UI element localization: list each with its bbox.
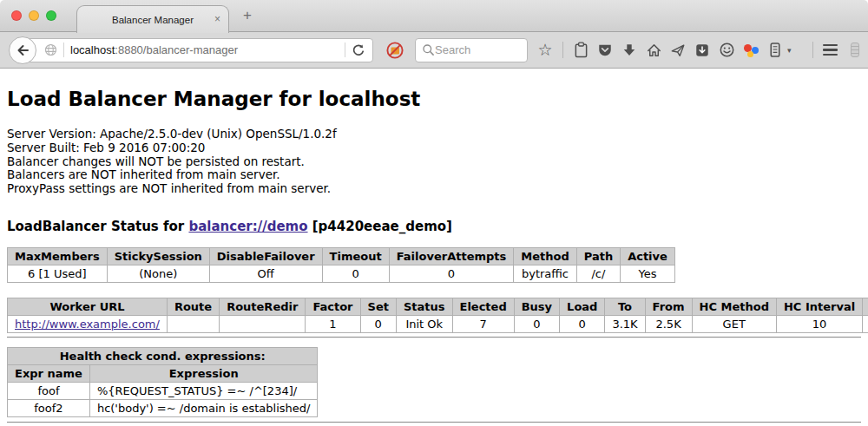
container-icon[interactable]: [766, 42, 784, 59]
save-page-icon[interactable]: [694, 42, 711, 59]
table-cell: 0: [514, 315, 559, 332]
column-header: Status: [396, 298, 452, 315]
worker-table: Worker URL Route RouteRedir Factor Set S…: [7, 298, 868, 333]
column-header: Expression: [89, 364, 318, 382]
table-cell: 0: [322, 265, 389, 282]
browser-window: Balancer Manager × + localhost:8880/ba: [0, 0, 868, 426]
column-header: FailoverAttempts: [389, 247, 514, 265]
back-arrow-icon: [16, 43, 30, 57]
back-button[interactable]: [9, 36, 36, 64]
column-header: Factor: [306, 298, 360, 315]
info-line: Balancers are NOT inherited from main se…: [7, 168, 861, 182]
color-dots-icon[interactable]: [742, 42, 760, 59]
page-content: Load Balancer Manager for localhost Serv…: [0, 88, 868, 423]
traffic-lights: [11, 10, 56, 21]
reading-list-icon[interactable]: [572, 42, 589, 59]
reload-icon[interactable]: [352, 43, 365, 57]
search-bar[interactable]: [415, 38, 528, 62]
table-row: foof %{REQUEST_STATUS} =~ /^[234]/: [8, 382, 318, 399]
url-bar[interactable]: localhost:8880/balancer-manager: [21, 38, 373, 62]
table-cell: %{REQUEST_STATUS} =~ /^[234]/: [89, 382, 318, 399]
menu-icon[interactable]: [823, 44, 838, 56]
health-table-title: Health check cond. expressions:: [8, 347, 318, 364]
health-check-table: Health check cond. expressions: Expr nam…: [7, 347, 318, 417]
column-header: StickySession: [107, 247, 209, 265]
column-header: Busy: [514, 298, 559, 315]
info-line: Balancer changes will NOT be persisted o…: [7, 155, 861, 169]
search-icon: [422, 43, 435, 56]
loadbalancer-status-heading: LoadBalancer Status for balancer://demo …: [7, 219, 861, 234]
pocket-icon[interactable]: [596, 42, 614, 59]
minimize-window-button[interactable]: [29, 10, 39, 21]
column-header: RouteRedir: [220, 298, 306, 315]
url-domain: localhost: [70, 43, 115, 56]
search-input[interactable]: [435, 43, 521, 56]
plugin-blocked-icon[interactable]: [385, 41, 404, 60]
toolbar-icons: ☆: [536, 42, 792, 59]
table-cell: GET: [692, 315, 776, 332]
table-cell: 6 [1 Used]: [8, 265, 108, 282]
table-cell: 7: [452, 315, 514, 332]
table-cell: hc('body') =~ /domain is established/: [89, 399, 318, 416]
table-header-row: Worker URL Route RouteRedir Factor Set S…: [8, 298, 868, 315]
column-header: Active: [621, 247, 675, 265]
url-text[interactable]: localhost:8880/balancer-manager: [70, 43, 339, 56]
table-cell: bytraffic: [514, 265, 576, 282]
column-header: Expr name: [8, 364, 90, 382]
chevron-down-icon[interactable]: ▾: [787, 46, 792, 55]
table-cell: 0: [560, 315, 605, 332]
home-icon[interactable]: [645, 42, 662, 59]
column-header: Passes: [863, 298, 868, 315]
table-cell: http://www.example.com/: [8, 315, 168, 332]
column-header: Path: [576, 247, 620, 265]
status-suffix: [p4420eeae_demo]: [308, 219, 452, 234]
info-line: ProxyPass settings are NOT inherited fro…: [7, 182, 861, 196]
table-row: foof2 hc('body') =~ /domain is establish…: [8, 399, 318, 416]
column-header: Set: [360, 298, 396, 315]
tab-title: Balancer Manager: [112, 15, 194, 25]
urlbar-separator: [63, 43, 64, 57]
column-header: Method: [514, 247, 576, 265]
table-cell: Init Ok: [396, 315, 452, 332]
send-tab-icon[interactable]: [669, 42, 687, 59]
table-cell: 0: [389, 265, 514, 282]
column-header: From: [645, 298, 692, 315]
table-cell: /c/: [576, 265, 620, 282]
table-cell: 1: [306, 315, 360, 332]
info-line: Server Version: Apache/2.5.0-dev (Unix) …: [7, 128, 861, 141]
balancer-table: MaxMembers StickySession DisableFailover…: [7, 247, 675, 283]
worker-url-link[interactable]: http://www.example.com/: [15, 318, 160, 331]
table-cell: (None): [107, 265, 209, 282]
table-cell: Off: [209, 265, 322, 282]
downloads-icon[interactable]: [621, 42, 638, 59]
section-divider: [7, 337, 861, 338]
new-tab-button[interactable]: +: [243, 7, 252, 24]
column-header: MaxMembers: [8, 247, 108, 265]
table-header-row: Health check cond. expressions:: [8, 347, 318, 364]
toolbar-separator: [812, 42, 813, 58]
balancer-demo-link[interactable]: balancer://demo: [188, 219, 307, 234]
column-header: HC Method: [692, 298, 776, 315]
table-cell: Yes: [621, 265, 675, 282]
table-header-row: MaxMembers StickySession DisableFailover…: [8, 247, 675, 265]
close-window-button[interactable]: [11, 10, 22, 21]
zoom-window-button[interactable]: [46, 10, 56, 21]
column-header: DisableFailover: [209, 247, 322, 265]
table-cell: [220, 315, 306, 332]
status-prefix: LoadBalancer Status for: [7, 219, 188, 234]
table-header-row: Expr name Expression: [8, 364, 318, 382]
session-restore-icon: [851, 43, 859, 57]
column-header: Timeout: [322, 247, 389, 265]
bookmark-star-icon[interactable]: ☆: [536, 42, 554, 59]
table-row: http://www.example.com/ 1 0 Init Ok 7 0 …: [8, 315, 868, 332]
feedback-smiley-icon[interactable]: [718, 42, 735, 59]
tab-close-icon[interactable]: ×: [214, 14, 220, 24]
urlbar-separator: [345, 43, 345, 57]
table-cell: foof2: [8, 399, 90, 416]
table-cell: foof: [8, 382, 90, 399]
server-info: Server Version: Apache/2.5.0-dev (Unix) …: [7, 128, 861, 196]
info-line: Server Built: Feb 9 2016 07:00:20: [7, 141, 861, 155]
tab-balancer-manager[interactable]: Balancer Manager ×: [76, 5, 229, 33]
table-cell: 0: [360, 315, 396, 332]
globe-icon: [44, 43, 57, 56]
